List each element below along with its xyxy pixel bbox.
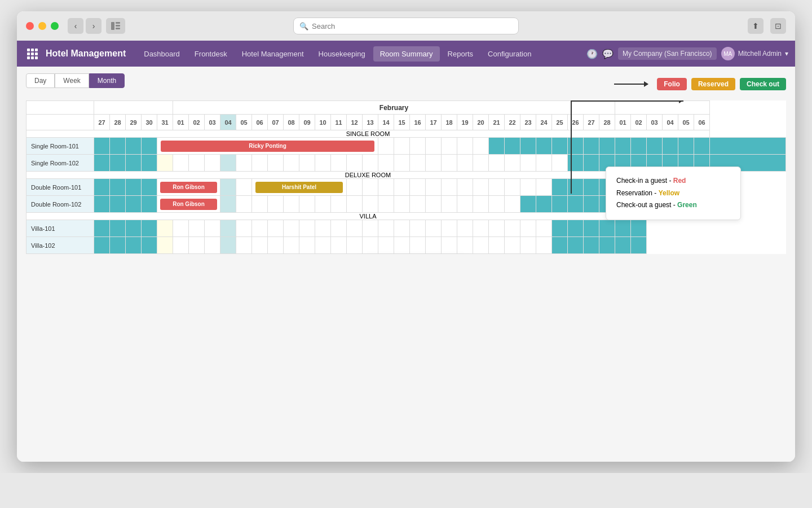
cell bbox=[631, 220, 647, 237]
cell bbox=[189, 237, 205, 254]
date-05b: 05 bbox=[678, 115, 694, 130]
cell bbox=[236, 179, 252, 196]
cell bbox=[205, 155, 220, 172]
cell bbox=[552, 179, 568, 196]
cell bbox=[394, 179, 410, 196]
nav-links: Dashboard Frontdesk Hotel Management Hou… bbox=[137, 46, 586, 62]
cell bbox=[284, 237, 299, 254]
cell bbox=[378, 237, 394, 254]
sidebar-toggle-button[interactable] bbox=[106, 18, 125, 34]
forward-button[interactable]: › bbox=[86, 18, 102, 34]
cell bbox=[252, 196, 268, 213]
room-label-101: Single Room-101 bbox=[27, 138, 94, 155]
cell bbox=[347, 196, 363, 213]
chat-icon-btn[interactable]: 💬 bbox=[602, 49, 614, 59]
cell bbox=[426, 196, 442, 213]
booking-ron-gibson-101[interactable]: Ron Gibson bbox=[160, 182, 218, 193]
cell bbox=[110, 196, 126, 213]
cell bbox=[252, 237, 268, 254]
cell bbox=[236, 237, 252, 254]
cell bbox=[410, 220, 426, 237]
nav-housekeeping[interactable]: Housekeeping bbox=[312, 46, 372, 62]
cell bbox=[552, 138, 568, 155]
cell bbox=[142, 237, 157, 254]
cell bbox=[473, 138, 489, 155]
room-label-102: Single Room-102 bbox=[27, 155, 94, 172]
back-button[interactable]: ‹ bbox=[68, 18, 83, 34]
room-label-double-102: Double Room-102 bbox=[27, 196, 94, 213]
cell bbox=[157, 220, 173, 237]
cell bbox=[473, 196, 489, 213]
share-button[interactable]: ⬆ bbox=[748, 18, 764, 34]
company-dropdown[interactable]: My Company (San Francisco) bbox=[618, 47, 717, 60]
nav-configuration[interactable]: Configuration bbox=[481, 46, 538, 62]
nav-frontdesk[interactable]: Frontdesk bbox=[188, 46, 234, 62]
booking-ricky-cell[interactable]: Ricky Ponting bbox=[157, 138, 378, 155]
booking-ron-cell-101[interactable]: Ron Gibson bbox=[157, 179, 220, 196]
cell bbox=[457, 220, 473, 237]
legend-reservation-text: Reservation - bbox=[616, 189, 659, 197]
folio-legend-btn[interactable]: Folio bbox=[657, 78, 687, 90]
close-button[interactable] bbox=[26, 22, 34, 30]
date-21: 21 bbox=[489, 115, 505, 130]
cell bbox=[205, 237, 220, 254]
cell bbox=[315, 155, 331, 172]
booking-ricky-ponting[interactable]: Ricky Ponting bbox=[161, 141, 374, 152]
day-view-btn[interactable]: Day bbox=[26, 73, 55, 88]
booking-ron-cell-102[interactable]: Ron Gibson bbox=[157, 196, 220, 213]
room-row-101: Single Room-101 Ricky Ponting bbox=[27, 138, 786, 155]
date-26: 26 bbox=[568, 115, 584, 130]
room-label-villa-102: Villa-102 bbox=[27, 237, 94, 254]
date-30: 30 bbox=[142, 115, 157, 130]
cell bbox=[410, 155, 426, 172]
search-bar[interactable]: 🔍 bbox=[293, 17, 519, 34]
date-31: 31 bbox=[157, 115, 173, 130]
search-input[interactable] bbox=[312, 22, 513, 30]
cell bbox=[220, 237, 236, 254]
cell bbox=[536, 196, 552, 213]
nav-room-summary[interactable]: Room Summary bbox=[373, 46, 440, 62]
cell bbox=[599, 138, 615, 155]
cell bbox=[110, 179, 126, 196]
cell bbox=[268, 155, 284, 172]
cell bbox=[520, 237, 536, 254]
reserved-legend-btn[interactable]: Reserved bbox=[691, 78, 735, 90]
cell bbox=[473, 237, 489, 254]
user-menu[interactable]: MA Mitchell Admin ▾ bbox=[721, 47, 788, 60]
booking-harshit-cell[interactable]: Harshit Patel bbox=[252, 179, 347, 196]
app-grid-button[interactable] bbox=[24, 45, 41, 63]
date-19: 19 bbox=[457, 115, 473, 130]
month-view-btn[interactable]: Month bbox=[89, 73, 125, 88]
view-toggle: Day Week Month bbox=[26, 73, 125, 88]
checkout-legend-btn[interactable]: Check out bbox=[740, 78, 786, 90]
cell bbox=[189, 155, 205, 172]
nav-reports[interactable]: Reports bbox=[441, 46, 480, 62]
cell bbox=[599, 220, 615, 237]
clock-icon-btn[interactable]: 🕐 bbox=[586, 49, 598, 59]
date-27: 27 bbox=[94, 115, 110, 130]
cell bbox=[363, 179, 378, 196]
cell bbox=[394, 196, 410, 213]
booking-ron-gibson-102[interactable]: Ron Gibson bbox=[160, 199, 218, 210]
cell bbox=[394, 138, 410, 155]
cell bbox=[331, 220, 347, 237]
minimize-button[interactable] bbox=[38, 22, 46, 30]
nav-hotel-management[interactable]: Hotel Management bbox=[235, 46, 311, 62]
cell bbox=[331, 237, 347, 254]
cell bbox=[457, 237, 473, 254]
cell bbox=[268, 220, 284, 237]
cell bbox=[299, 237, 315, 254]
week-view-btn[interactable]: Week bbox=[55, 73, 89, 88]
cell bbox=[299, 220, 315, 237]
svg-rect-0 bbox=[111, 22, 114, 30]
cell bbox=[189, 220, 205, 237]
cell bbox=[410, 196, 426, 213]
cell bbox=[426, 237, 442, 254]
nav-dashboard[interactable]: Dashboard bbox=[137, 46, 187, 62]
fullscreen-button[interactable]: ⊡ bbox=[770, 18, 786, 34]
cell bbox=[552, 220, 568, 237]
cell bbox=[505, 220, 520, 237]
date-13: 13 bbox=[363, 115, 378, 130]
booking-harshit-patel[interactable]: Harshit Patel bbox=[255, 182, 343, 193]
maximize-button[interactable] bbox=[51, 22, 59, 30]
